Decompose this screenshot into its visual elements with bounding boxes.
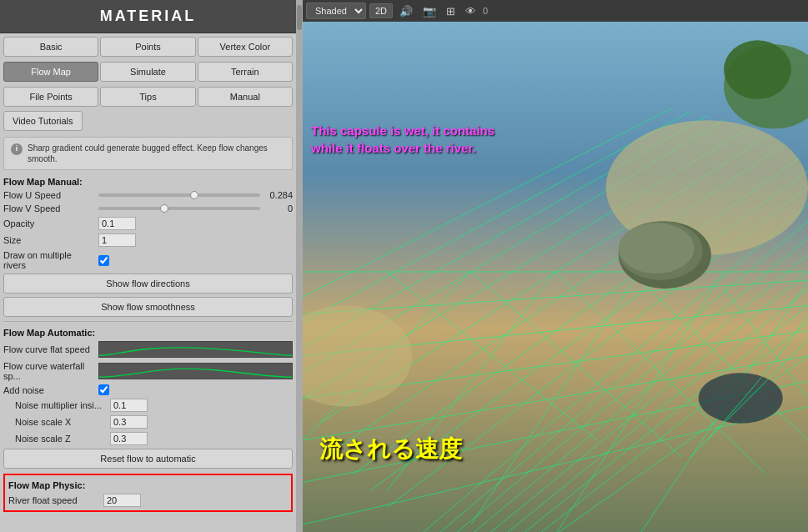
noise-scale-x-row: Noise scale X 0.3 (0, 414, 296, 430)
opacity-label: Opacity (3, 218, 95, 228)
flow-u-speed-row: Flow U Speed 0.284 (0, 188, 296, 202)
flow-map-manual-label: Flow Map Manual: (0, 173, 296, 188)
noise-scale-x-label: Noise scale X (15, 417, 107, 427)
flow-u-speed-slider[interactable] (98, 193, 260, 197)
noise-scale-z-value: 0.3 (110, 432, 148, 445)
flow-curve-flat-preview[interactable] (98, 341, 293, 358)
noise-multiplier-row: Noise multiplier insi... 0.1 (0, 397, 296, 414)
mode-2d-button[interactable]: 2D (369, 3, 393, 18)
left-panel: MATERIAL Basic Points Vertex Color Flow … (0, 0, 296, 532)
flow-curve-waterfall-row: Flow curve waterfall sp... (0, 359, 296, 383)
tab-file-points[interactable]: File Points (3, 87, 98, 107)
overlay-text-pink: This capsule is wet, it contains while i… (311, 122, 494, 157)
flow-v-speed-row: Flow V Speed 0 (0, 202, 296, 215)
river-float-speed-label: River float speed (8, 495, 100, 505)
tab-row-1: Basic Points Vertex Color (0, 33, 296, 58)
tab-vertex-color[interactable]: Vertex Color (198, 37, 293, 57)
noise-multiplier-value: 0.1 (110, 399, 148, 412)
logo-text: MATERIAL (100, 8, 197, 25)
speaker-icon[interactable]: 🔊 (396, 3, 416, 19)
tab-row-2: Flow Map Simulate Terrain (0, 58, 296, 83)
add-noise-label: Add noise (3, 385, 95, 395)
shading-dropdown[interactable]: Shaded (306, 3, 366, 19)
size-value: 1 (98, 233, 136, 247)
tab-row-3: File Points Tips Manual (0, 83, 296, 108)
flow-curve-waterfall-preview[interactable] (98, 363, 293, 379)
add-noise-row: Add noise (0, 383, 296, 397)
draw-multiple-rivers-label: Draw on multiple rivers (3, 250, 95, 270)
scene-3d: This capsule is wet, it contains while i… (303, 22, 808, 532)
svg-point-41 (619, 223, 695, 274)
opacity-value: 0.1 (98, 217, 136, 230)
layers-icon[interactable]: ⊞ (443, 3, 459, 19)
camera-icon[interactable]: 📷 (419, 3, 439, 19)
flow-u-speed-label: Flow U Speed (3, 190, 95, 200)
flow-u-speed-value: 0.284 (263, 190, 293, 200)
tab-basic[interactable]: Basic (3, 37, 98, 57)
noise-scale-z-row: Noise scale Z 0.3 (0, 430, 296, 447)
reset-flow-button[interactable]: Reset flow to automatic (3, 449, 293, 469)
flow-v-speed-value: 0 (263, 203, 293, 213)
tab-points[interactable]: Points (100, 37, 195, 57)
info-text: Sharp gradient could generate bugged eff… (28, 143, 285, 164)
draw-multiple-rivers-checkbox[interactable] (98, 255, 109, 266)
noise-scale-z-label: Noise scale Z (15, 434, 107, 444)
info-icon: i (11, 143, 23, 155)
info-box: i Sharp gradient could generate bugged e… (3, 137, 293, 170)
tab-manual[interactable]: Manual (198, 87, 293, 107)
tab-flow-map[interactable]: Flow Map (3, 62, 98, 82)
show-flow-directions-button[interactable]: Show flow directions (3, 274, 293, 294)
scrollbar[interactable] (296, 0, 303, 532)
viewport-toolbar: Shaded 2D 🔊 📷 ⊞ 👁 0 (303, 0, 808, 22)
flow-curve-flat-label: Flow curve flat speed (3, 344, 95, 354)
video-tutorials-row: Video Tutorials (0, 108, 296, 133)
flow-map-automatic-label: Flow Map Automatic: (0, 324, 296, 339)
noise-scale-x-value: 0.3 (110, 415, 148, 429)
viewport-panel: Shaded 2D 🔊 📷 ⊞ 👁 0 (303, 0, 808, 532)
noise-multiplier-label: Noise multiplier insi... (15, 400, 107, 410)
svg-point-42 (699, 373, 783, 424)
overlay-text-yellow: 流される速度 (319, 434, 462, 465)
svg-point-44 (724, 40, 791, 99)
video-tutorials-button[interactable]: Video Tutorials (3, 111, 83, 131)
pink-text-line2: while it floats over the river. (311, 139, 494, 157)
pink-text-line1: This capsule is wet, it contains (311, 122, 494, 139)
draw-multiple-rivers-row: Draw on multiple rivers (0, 248, 296, 272)
flow-v-speed-slider[interactable] (98, 207, 260, 210)
tab-terrain[interactable]: Terrain (198, 62, 293, 82)
layer-indicator: 0 (483, 6, 488, 16)
logo-area: MATERIAL (0, 0, 296, 33)
size-label: Size (3, 235, 95, 245)
divider-1 (3, 321, 293, 322)
scrollbar-thumb[interactable] (297, 5, 302, 30)
tab-simulate[interactable]: Simulate (100, 62, 195, 82)
add-noise-checkbox[interactable] (98, 384, 109, 395)
opacity-row: Opacity 0.1 (0, 215, 296, 232)
flow-curve-waterfall-label: Flow curve waterfall sp... (3, 361, 95, 381)
show-flow-smoothness-button[interactable]: Show flow smoothness (3, 297, 293, 317)
river-float-speed-row: River float speed 20 (5, 492, 291, 509)
tab-tips[interactable]: Tips (100, 87, 195, 107)
flow-map-physic-label: Flow Map Physic: (5, 477, 291, 492)
flow-v-speed-label: Flow V Speed (3, 203, 95, 213)
size-row: Size 1 (0, 232, 296, 248)
eye-icon[interactable]: 👁 (462, 3, 479, 19)
river-float-speed-value: 20 (103, 494, 141, 507)
flow-curve-flat-row: Flow curve flat speed (0, 339, 296, 359)
flow-map-physic-section: Flow Map Physic: River float speed 20 (3, 474, 293, 512)
